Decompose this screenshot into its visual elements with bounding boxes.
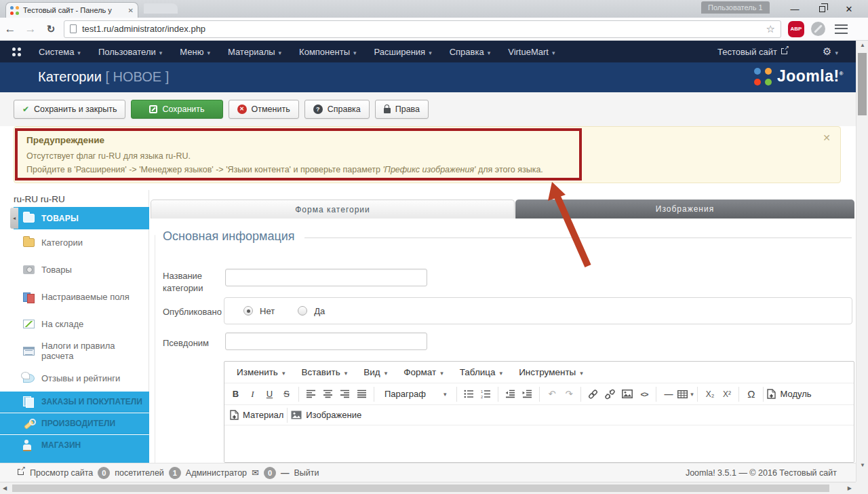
- align-right-icon[interactable]: [336, 386, 353, 402]
- forward-button[interactable]: →: [20, 22, 41, 36]
- bullet-list-icon[interactable]: [460, 386, 477, 402]
- align-justify-icon[interactable]: [353, 386, 370, 402]
- menu-content[interactable]: Материалы: [228, 47, 281, 57]
- editor-menu-tools[interactable]: Инструменты: [511, 367, 591, 377]
- align-left-icon[interactable]: [302, 386, 319, 402]
- alias-input[interactable]: [225, 332, 427, 350]
- editor-menu-view[interactable]: Вид: [355, 367, 395, 377]
- url-text[interactable]: test1.ru/administrator/index.php: [82, 24, 766, 34]
- sidebar-collapse-handle[interactable]: ◂: [10, 208, 18, 229]
- browser-menu-icon[interactable]: [835, 24, 848, 34]
- help-button[interactable]: Справка: [304, 100, 370, 119]
- permissions-button[interactable]: Права: [375, 100, 429, 119]
- insert-module-button[interactable]: Модуль: [767, 386, 811, 402]
- outdent-icon[interactable]: [502, 386, 519, 402]
- sidebar-item-custom-fields[interactable]: Настраиваемые поля: [14, 283, 149, 310]
- align-center-icon[interactable]: [319, 386, 336, 402]
- paragraph-style-dropdown[interactable]: Параграф: [378, 389, 453, 399]
- warning-close-icon[interactable]: ✕: [823, 132, 831, 143]
- window-restore-button[interactable]: [808, 4, 835, 14]
- indent-icon[interactable]: [519, 386, 536, 402]
- radio-no-label[interactable]: Нет: [260, 306, 275, 316]
- radio-yes-label[interactable]: Да: [314, 306, 325, 316]
- adblock-extension-icon[interactable]: ABP: [788, 21, 804, 37]
- tab-category-form[interactable]: Форма категории: [151, 200, 515, 218]
- editor-menu-insert[interactable]: Вставить: [293, 367, 355, 377]
- editor-menu-format[interactable]: Формат: [395, 367, 452, 377]
- view-site-label[interactable]: Просмотр сайта: [30, 468, 93, 478]
- unlink-icon[interactable]: [601, 386, 618, 402]
- scroll-up-icon[interactable]: ▲: [856, 42, 868, 48]
- horizontal-rule-icon[interactable]: [660, 386, 677, 402]
- subscript-icon[interactable]: [701, 386, 718, 402]
- undo-icon[interactable]: ↶: [543, 386, 560, 402]
- insert-image-icon[interactable]: [618, 386, 635, 402]
- horizontal-scrollbar[interactable]: ◀ ▶: [0, 482, 868, 494]
- vertical-scrollbar[interactable]: ▲ ▼: [856, 41, 868, 482]
- menu-system[interactable]: Система: [39, 47, 81, 57]
- editor-menu-edit[interactable]: Изменить: [229, 367, 293, 377]
- scroll-left-icon[interactable]: ◀: [3, 485, 7, 491]
- sidebar-item-products-section[interactable]: ТОВАРЫ: [14, 207, 149, 229]
- tab-close-icon[interactable]: ✕: [128, 7, 134, 14]
- menu-virtuemart[interactable]: VirtueMart: [508, 47, 555, 57]
- editor-content-area[interactable]: [224, 425, 854, 462]
- profile-name-badge[interactable]: Пользователь 1: [701, 1, 770, 14]
- scroll-down-icon[interactable]: ▼: [856, 462, 868, 468]
- new-tab-button[interactable]: [144, 3, 178, 14]
- vertical-scroll-thumb[interactable]: [858, 53, 867, 115]
- category-name-input[interactable]: [225, 269, 427, 286]
- sidebar-item-products[interactable]: Товары: [14, 256, 149, 283]
- address-bar[interactable]: test1.ru/administrator/index.php: [64, 20, 781, 38]
- scroll-right-icon[interactable]: ▶: [848, 485, 852, 491]
- horizontal-scroll-thumb[interactable]: [12, 484, 829, 492]
- insert-image-button[interactable]: Изображение: [291, 407, 361, 423]
- special-character-icon[interactable]: [743, 386, 760, 402]
- link-icon[interactable]: [585, 386, 601, 402]
- logout-link[interactable]: Выйти: [294, 468, 319, 478]
- back-button[interactable]: ←: [0, 22, 20, 36]
- bold-icon[interactable]: B: [227, 386, 244, 402]
- numbered-list-icon[interactable]: 12: [477, 386, 494, 402]
- toolbar-separator: [539, 387, 540, 402]
- toolbar-separator: [498, 387, 498, 402]
- radio-no[interactable]: [243, 306, 253, 316]
- menu-menus[interactable]: Меню: [180, 47, 210, 57]
- superscript-icon[interactable]: [718, 386, 735, 402]
- joomla-menu-icon[interactable]: [12, 48, 21, 56]
- sidebar-item-orders-section[interactable]: ЗАКАЗЫ И ПОКУПАТЕЛИ: [0, 392, 149, 413]
- sidebar-item-reviews[interactable]: Отзывы и рейтинги: [14, 364, 149, 392]
- table-icon[interactable]: ▾: [677, 386, 694, 402]
- sidebar-item-categories[interactable]: Категории: [14, 229, 149, 256]
- blocked-content-icon[interactable]: [811, 22, 825, 36]
- user-settings-menu[interactable]: [823, 45, 838, 58]
- sidebar-item-shop-section[interactable]: МАГАЗИН: [0, 435, 149, 456]
- radio-yes[interactable]: [298, 306, 307, 316]
- sidebar-item-taxes[interactable]: Налоги и правила расчета: [14, 337, 149, 364]
- external-link-icon: [18, 469, 24, 475]
- cancel-button[interactable]: Отменить: [229, 100, 299, 119]
- menu-help[interactable]: Справка: [450, 47, 491, 57]
- source-code-icon[interactable]: [635, 386, 652, 402]
- view-site-link[interactable]: [14, 468, 24, 478]
- strikethrough-icon[interactable]: S: [278, 386, 295, 402]
- window-minimize-button[interactable]: —: [781, 4, 808, 14]
- preview-site-link[interactable]: Тестовый сайт: [717, 47, 787, 57]
- window-close-button[interactable]: ✕: [835, 4, 863, 14]
- redo-icon[interactable]: ↷: [560, 386, 577, 402]
- insert-article-button[interactable]: Материал: [230, 407, 283, 423]
- menu-components[interactable]: Компоненты: [299, 47, 356, 57]
- sidebar-item-manufacturers-section[interactable]: ПРОИЗВОДИТЕЛИ: [0, 413, 149, 434]
- underline-icon[interactable]: U: [261, 386, 278, 402]
- editor-menu-table[interactable]: Таблица: [452, 367, 511, 377]
- save-button[interactable]: Сохранить: [131, 100, 222, 119]
- refresh-button[interactable]: ↻: [41, 23, 61, 35]
- browser-tab[interactable]: Тестовый сайт - Панель у ✕: [5, 2, 138, 18]
- menu-extensions[interactable]: Расширения: [374, 47, 432, 57]
- menu-users[interactable]: Пользователи: [98, 47, 162, 57]
- sidebar-item-inventory[interactable]: На складе: [14, 310, 149, 337]
- italic-icon[interactable]: I: [244, 386, 261, 402]
- save-close-button[interactable]: Сохранить и закрыть: [14, 100, 125, 119]
- page-title-text: Категории: [38, 69, 102, 84]
- bookmark-star-icon[interactable]: [766, 23, 775, 35]
